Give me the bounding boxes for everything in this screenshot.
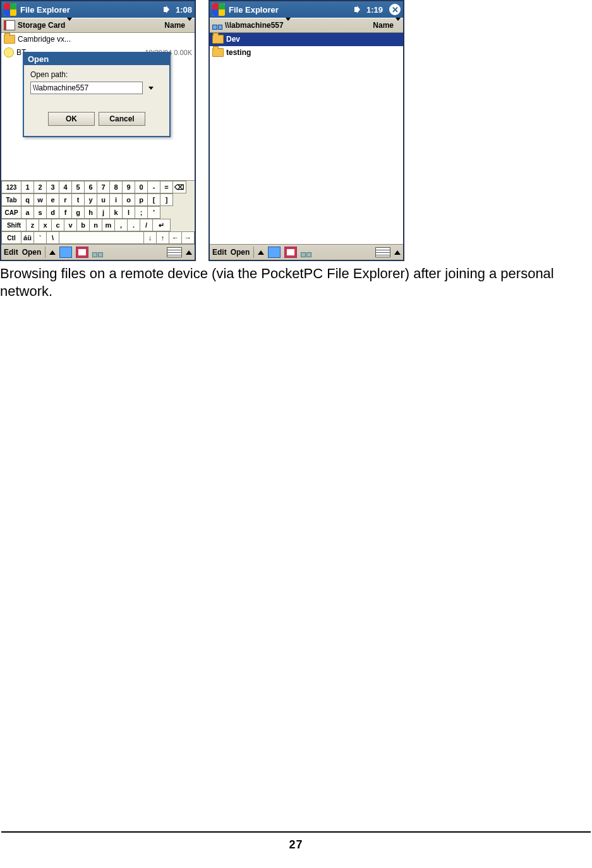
key[interactable]: o: [123, 193, 135, 206]
menu-edit[interactable]: Edit: [4, 248, 18, 257]
cancel-button[interactable]: Cancel: [99, 112, 145, 126]
key[interactable]: h: [85, 206, 97, 219]
key[interactable]: -: [148, 181, 160, 193]
key-space[interactable]: [59, 231, 144, 244]
volume-icon[interactable]: [354, 5, 363, 14]
key[interactable]: p: [135, 193, 148, 206]
key[interactable]: t: [72, 193, 85, 206]
key[interactable]: 9: [123, 181, 135, 193]
key[interactable]: .: [128, 219, 140, 231]
key[interactable]: áü: [21, 231, 34, 244]
key[interactable]: w: [34, 193, 47, 206]
menu-edit[interactable]: Edit: [212, 248, 227, 257]
key[interactable]: g: [72, 206, 85, 219]
key[interactable]: l: [123, 206, 135, 219]
location-dropdown[interactable]: Storage Card: [18, 21, 72, 30]
key[interactable]: j: [97, 206, 110, 219]
up-icon[interactable]: [186, 250, 192, 255]
key[interactable]: z: [27, 219, 39, 231]
key[interactable]: x: [39, 219, 52, 231]
ok-button[interactable]: OK: [48, 112, 95, 126]
key[interactable]: 4: [59, 181, 72, 193]
key-tab[interactable]: Tab: [1, 193, 21, 206]
key[interactable]: v: [64, 219, 77, 231]
key[interactable]: c: [52, 219, 64, 231]
tool-icon[interactable]: [76, 247, 88, 258]
key[interactable]: =: [160, 181, 173, 193]
up-icon[interactable]: [49, 250, 56, 255]
clock: 1:19: [366, 5, 383, 15]
network-icon[interactable]: [301, 247, 312, 257]
key[interactable]: ,: [115, 219, 128, 231]
key[interactable]: b: [77, 219, 90, 231]
start-icon[interactable]: [212, 3, 225, 16]
key[interactable]: n: [90, 219, 102, 231]
key[interactable]: ': [148, 206, 160, 219]
list-item[interactable]: Dev: [210, 33, 403, 46]
screenshot-left: File Explorer 1:08 Storage Card Name Cam…: [0, 0, 196, 261]
file-name: testing: [226, 48, 251, 57]
key-ctl[interactable]: Ctl: [1, 231, 21, 244]
key[interactable]: 6: [85, 181, 97, 193]
tool-icon[interactable]: [284, 247, 297, 258]
key-123[interactable]: 123: [1, 181, 21, 193]
chevron-down-icon: [396, 18, 401, 30]
keyboard-icon[interactable]: [167, 247, 182, 257]
up-icon[interactable]: [394, 250, 401, 255]
key[interactable]: [: [148, 193, 160, 206]
sort-dropdown[interactable]: Name: [373, 21, 401, 30]
key-up[interactable]: [157, 231, 169, 244]
key[interactable]: u: [97, 193, 110, 206]
key[interactable]: 1: [21, 181, 34, 193]
keyboard-icon[interactable]: [375, 247, 390, 257]
footer-rule: [1, 831, 591, 833]
tool-icon[interactable]: [59, 247, 72, 258]
key-backspace[interactable]: [173, 181, 186, 193]
volume-icon[interactable]: [163, 5, 172, 14]
key[interactable]: i: [110, 193, 123, 206]
key-caps[interactable]: CAP: [1, 206, 21, 219]
chevron-down-icon[interactable]: [148, 87, 154, 90]
key[interactable]: 5: [72, 181, 85, 193]
key[interactable]: m: [102, 219, 115, 231]
folder-icon: [212, 48, 224, 57]
start-icon[interactable]: [4, 3, 16, 16]
key-right[interactable]: [182, 231, 195, 244]
up-icon[interactable]: [258, 250, 264, 255]
key[interactable]: s: [34, 206, 47, 219]
key[interactable]: k: [110, 206, 123, 219]
key[interactable]: f: [59, 206, 72, 219]
key[interactable]: ;: [135, 206, 148, 219]
tool-icon[interactable]: [268, 247, 281, 258]
key[interactable]: e: [47, 193, 59, 206]
dialog-title: Open: [24, 53, 169, 65]
key[interactable]: 3: [47, 181, 59, 193]
key[interactable]: q: [21, 193, 34, 206]
key[interactable]: 2: [34, 181, 47, 193]
key-shift[interactable]: Shift: [1, 219, 27, 231]
key[interactable]: a: [21, 206, 34, 219]
key[interactable]: y: [85, 193, 97, 206]
key[interactable]: r: [59, 193, 72, 206]
sort-dropdown[interactable]: Name: [164, 21, 192, 30]
open-path-input[interactable]: [30, 82, 143, 94]
key-down[interactable]: [144, 231, 157, 244]
key[interactable]: `: [34, 231, 47, 244]
key[interactable]: 7: [97, 181, 110, 193]
list-item[interactable]: testing: [210, 46, 403, 59]
key[interactable]: /: [140, 219, 153, 231]
list-item[interactable]: Cambridge vx...: [1, 33, 195, 46]
close-icon[interactable]: ✕: [389, 4, 401, 15]
key[interactable]: \: [47, 231, 59, 244]
location-bar: Storage Card Name: [1, 18, 195, 33]
key-enter[interactable]: [153, 219, 171, 231]
key[interactable]: 0: [135, 181, 148, 193]
location-dropdown[interactable]: \\labmachine557: [225, 21, 291, 30]
key[interactable]: d: [47, 206, 59, 219]
key[interactable]: 8: [110, 181, 123, 193]
menu-open[interactable]: Open: [231, 248, 250, 257]
key[interactable]: ]: [160, 193, 173, 206]
network-icon[interactable]: [92, 247, 104, 257]
key-left[interactable]: [169, 231, 182, 244]
menu-open[interactable]: Open: [22, 248, 42, 257]
